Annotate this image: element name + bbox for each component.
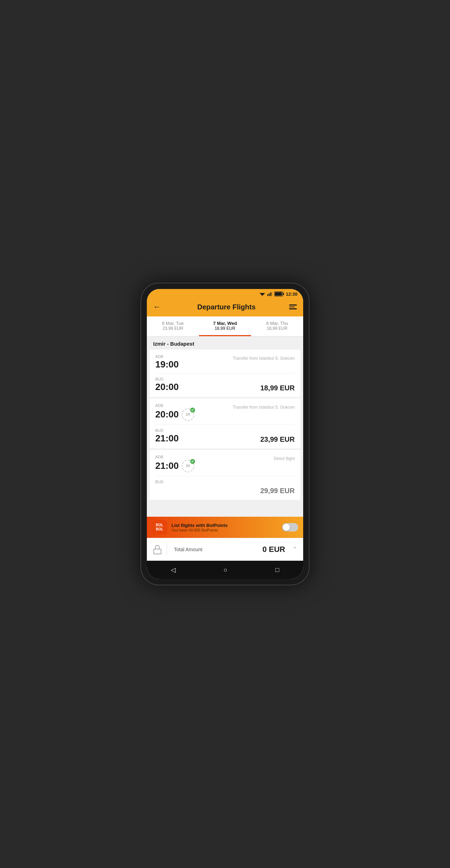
flight-departure-1: ADB 20:00 24 xyxy=(155,403,233,421)
tab-price-0: 23,99 EUR xyxy=(150,326,196,331)
flight-price-0: 18,99 EUR xyxy=(260,377,295,392)
bolpoints-banner: BOL BOL List flights with BolPoints You … xyxy=(147,517,303,538)
battery-icon xyxy=(274,291,284,296)
android-nav: ◁ ○ □ xyxy=(147,561,303,579)
flight-departure-0: ADB 19:00 xyxy=(155,354,233,370)
total-amount-label: Total Amount xyxy=(171,547,258,552)
total-amount-value: 0 EUR xyxy=(262,545,285,554)
flight-transfer-label-2: Direct flight xyxy=(274,455,295,461)
flight-arrival-1: BUD 21:00 xyxy=(155,428,260,444)
check-dot-1 xyxy=(190,408,195,413)
flights-container: ADB 19:00 Transfer from Istanbul S. Gokc… xyxy=(147,350,303,517)
tab-date-0[interactable]: 6 Mar, Tue 23,99 EUR xyxy=(147,316,199,336)
tab-price-2: 18,99 EUR xyxy=(254,326,300,331)
status-icons: 12:30 xyxy=(260,291,298,297)
svg-rect-7 xyxy=(275,293,282,296)
filter-icon-line3 xyxy=(289,308,297,309)
check-dot-2 xyxy=(190,459,195,464)
filter-icon-line2 xyxy=(289,307,295,308)
bolpoints-title: List flights with BolPoints xyxy=(171,523,278,528)
bolpoints-text: List flights with BolPoints You have 40.… xyxy=(171,523,278,532)
svg-rect-1 xyxy=(267,294,268,296)
tab-price-1: 18,99 EUR xyxy=(202,326,248,331)
flight-card-0[interactable]: ADB 19:00 Transfer from Istanbul S. Gokc… xyxy=(150,350,300,397)
page-title: Departure Flights xyxy=(164,303,289,311)
svg-rect-6 xyxy=(283,293,284,295)
status-time: 12:30 xyxy=(286,291,298,297)
nav-home-button[interactable]: ○ xyxy=(224,566,227,574)
filter-icon-line1 xyxy=(289,304,297,306)
svg-marker-0 xyxy=(260,293,265,296)
tab-date-label-0: 6 Mar, Tue xyxy=(150,321,196,326)
flight-departure-2: ADB 21:00 24 xyxy=(155,455,274,472)
24h-badge-1: 24 xyxy=(182,408,194,421)
tab-date-label-2: 8 Mar, Thu xyxy=(254,321,300,326)
flight-transfer-label-1: Transfer from Istanbul S. Gokcen xyxy=(233,403,295,410)
nav-back-button[interactable]: ◁ xyxy=(171,566,176,574)
flight-transfer-label-0: Transfer from Istanbul S. Gokcen xyxy=(233,354,295,361)
flight-price-2: 29,99 EUR xyxy=(260,480,295,495)
status-bar: 12:30 xyxy=(147,289,303,299)
toggle-knob xyxy=(283,524,290,531)
back-button[interactable]: ← xyxy=(153,302,164,312)
flight-arrival-0: BUD 20:00 xyxy=(155,377,260,392)
tab-date-label-1: 7 Mar, Wed xyxy=(202,321,248,326)
svg-rect-3 xyxy=(270,293,271,296)
svg-rect-2 xyxy=(269,293,270,296)
wifi-icon xyxy=(260,292,265,296)
24h-badge-2: 24 xyxy=(182,460,194,472)
date-tabs: 6 Mar, Tue 23,99 EUR 7 Mar, Wed 18,99 EU… xyxy=(147,316,303,336)
phone-screen: 12:30 ← Departure Flights 6 Mar, Tue 23,… xyxy=(147,289,303,579)
flight-card-1[interactable]: ADB 20:00 24 xyxy=(150,398,300,448)
phone-frame: 12:30 ← Departure Flights 6 Mar, Tue 23,… xyxy=(140,283,310,585)
bolpoints-toggle[interactable] xyxy=(282,523,298,532)
chevron-up-icon[interactable]: ⌃ xyxy=(292,546,298,553)
nav-recents-button[interactable]: □ xyxy=(275,566,279,574)
total-bar[interactable]: Total Amount 0 EUR ⌃ xyxy=(147,538,303,561)
svg-rect-8 xyxy=(154,549,161,554)
app-header: ← Departure Flights xyxy=(147,299,303,316)
flight-price-1: 23,99 EUR xyxy=(260,428,295,444)
flight-arrival-2: BUD xyxy=(155,480,260,485)
tab-date-1[interactable]: 7 Mar, Wed 18,99 EUR xyxy=(199,316,251,336)
lock-icon xyxy=(152,545,162,554)
signal-icon xyxy=(267,292,273,296)
flight-card-2[interactable]: ADB 21:00 24 xyxy=(150,450,300,500)
route-label: Izmir - Budapest xyxy=(147,336,303,350)
total-divider xyxy=(167,543,167,556)
bol-logo: BOL BOL xyxy=(152,520,167,534)
tab-date-2[interactable]: 8 Mar, Thu 18,99 EUR xyxy=(251,316,303,336)
svg-rect-4 xyxy=(271,292,272,296)
bolpoints-subtitle: You have 40.000 BolPoints xyxy=(171,528,278,532)
filter-button[interactable] xyxy=(289,304,297,309)
